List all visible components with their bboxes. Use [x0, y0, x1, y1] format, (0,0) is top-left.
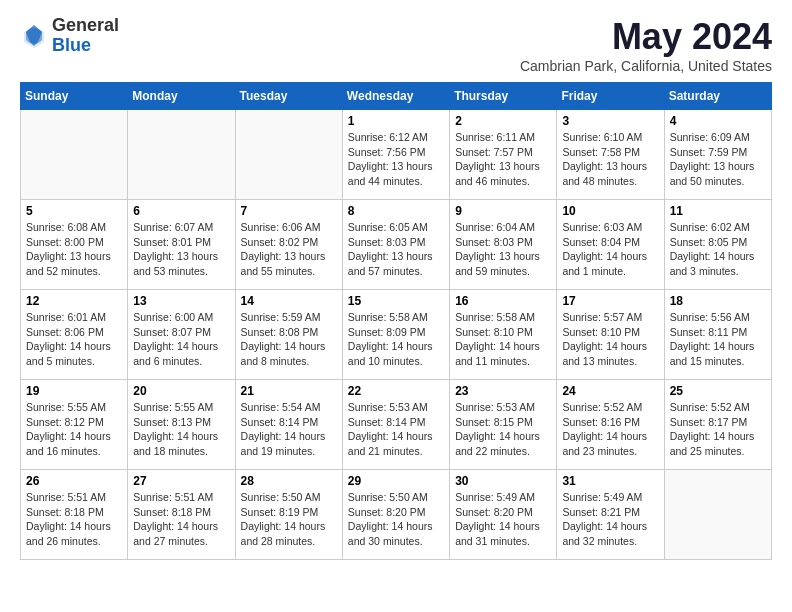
day-info: Sunrise: 5:51 AM Sunset: 8:18 PM Dayligh… [133, 490, 229, 549]
weekday-header: Thursday [450, 83, 557, 110]
day-info: Sunrise: 6:12 AM Sunset: 7:56 PM Dayligh… [348, 130, 444, 189]
weekday-header: Monday [128, 83, 235, 110]
day-info: Sunrise: 6:05 AM Sunset: 8:03 PM Dayligh… [348, 220, 444, 279]
calendar-cell [128, 110, 235, 200]
calendar-cell: 19Sunrise: 5:55 AM Sunset: 8:12 PM Dayli… [21, 380, 128, 470]
day-info: Sunrise: 5:59 AM Sunset: 8:08 PM Dayligh… [241, 310, 337, 369]
calendar-cell: 13Sunrise: 6:00 AM Sunset: 8:07 PM Dayli… [128, 290, 235, 380]
day-info: Sunrise: 6:11 AM Sunset: 7:57 PM Dayligh… [455, 130, 551, 189]
day-info: Sunrise: 5:56 AM Sunset: 8:11 PM Dayligh… [670, 310, 766, 369]
calendar-cell: 25Sunrise: 5:52 AM Sunset: 8:17 PM Dayli… [664, 380, 771, 470]
day-number: 6 [133, 204, 229, 218]
day-number: 16 [455, 294, 551, 308]
day-info: Sunrise: 5:49 AM Sunset: 8:21 PM Dayligh… [562, 490, 658, 549]
title-block: May 2024 Cambrian Park, California, Unit… [520, 16, 772, 74]
day-number: 8 [348, 204, 444, 218]
day-info: Sunrise: 6:06 AM Sunset: 8:02 PM Dayligh… [241, 220, 337, 279]
day-number: 3 [562, 114, 658, 128]
day-number: 12 [26, 294, 122, 308]
logo-blue-text: Blue [52, 35, 91, 55]
calendar-header-row: SundayMondayTuesdayWednesdayThursdayFrid… [21, 83, 772, 110]
calendar-cell: 6Sunrise: 6:07 AM Sunset: 8:01 PM Daylig… [128, 200, 235, 290]
day-number: 13 [133, 294, 229, 308]
logo-text: General Blue [52, 16, 119, 56]
calendar-week-row: 19Sunrise: 5:55 AM Sunset: 8:12 PM Dayli… [21, 380, 772, 470]
day-number: 27 [133, 474, 229, 488]
day-number: 15 [348, 294, 444, 308]
day-info: Sunrise: 6:04 AM Sunset: 8:03 PM Dayligh… [455, 220, 551, 279]
calendar-cell: 30Sunrise: 5:49 AM Sunset: 8:20 PM Dayli… [450, 470, 557, 560]
calendar-week-row: 12Sunrise: 6:01 AM Sunset: 8:06 PM Dayli… [21, 290, 772, 380]
calendar-cell: 4Sunrise: 6:09 AM Sunset: 7:59 PM Daylig… [664, 110, 771, 200]
day-number: 22 [348, 384, 444, 398]
weekday-header: Friday [557, 83, 664, 110]
day-number: 17 [562, 294, 658, 308]
day-number: 11 [670, 204, 766, 218]
day-number: 28 [241, 474, 337, 488]
location-text: Cambrian Park, California, United States [520, 58, 772, 74]
calendar-cell: 12Sunrise: 6:01 AM Sunset: 8:06 PM Dayli… [21, 290, 128, 380]
calendar-cell: 31Sunrise: 5:49 AM Sunset: 8:21 PM Dayli… [557, 470, 664, 560]
day-number: 1 [348, 114, 444, 128]
calendar-cell: 3Sunrise: 6:10 AM Sunset: 7:58 PM Daylig… [557, 110, 664, 200]
calendar-cell: 8Sunrise: 6:05 AM Sunset: 8:03 PM Daylig… [342, 200, 449, 290]
day-number: 18 [670, 294, 766, 308]
calendar-cell: 15Sunrise: 5:58 AM Sunset: 8:09 PM Dayli… [342, 290, 449, 380]
page-header: General Blue May 2024 Cambrian Park, Cal… [20, 16, 772, 74]
day-info: Sunrise: 5:52 AM Sunset: 8:17 PM Dayligh… [670, 400, 766, 459]
day-info: Sunrise: 5:53 AM Sunset: 8:15 PM Dayligh… [455, 400, 551, 459]
calendar-cell [664, 470, 771, 560]
day-number: 4 [670, 114, 766, 128]
day-info: Sunrise: 6:00 AM Sunset: 8:07 PM Dayligh… [133, 310, 229, 369]
calendar-cell: 14Sunrise: 5:59 AM Sunset: 8:08 PM Dayli… [235, 290, 342, 380]
calendar-cell: 24Sunrise: 5:52 AM Sunset: 8:16 PM Dayli… [557, 380, 664, 470]
calendar-cell: 18Sunrise: 5:56 AM Sunset: 8:11 PM Dayli… [664, 290, 771, 380]
day-info: Sunrise: 5:55 AM Sunset: 8:13 PM Dayligh… [133, 400, 229, 459]
calendar-cell: 11Sunrise: 6:02 AM Sunset: 8:05 PM Dayli… [664, 200, 771, 290]
calendar-cell: 22Sunrise: 5:53 AM Sunset: 8:14 PM Dayli… [342, 380, 449, 470]
day-number: 26 [26, 474, 122, 488]
calendar-week-row: 5Sunrise: 6:08 AM Sunset: 8:00 PM Daylig… [21, 200, 772, 290]
day-info: Sunrise: 5:51 AM Sunset: 8:18 PM Dayligh… [26, 490, 122, 549]
calendar-cell: 1Sunrise: 6:12 AM Sunset: 7:56 PM Daylig… [342, 110, 449, 200]
calendar-cell: 23Sunrise: 5:53 AM Sunset: 8:15 PM Dayli… [450, 380, 557, 470]
day-number: 29 [348, 474, 444, 488]
day-info: Sunrise: 5:50 AM Sunset: 8:19 PM Dayligh… [241, 490, 337, 549]
day-info: Sunrise: 5:54 AM Sunset: 8:14 PM Dayligh… [241, 400, 337, 459]
logo-icon [20, 22, 48, 50]
day-info: Sunrise: 6:09 AM Sunset: 7:59 PM Dayligh… [670, 130, 766, 189]
weekday-header: Tuesday [235, 83, 342, 110]
day-number: 31 [562, 474, 658, 488]
day-number: 24 [562, 384, 658, 398]
calendar-cell: 20Sunrise: 5:55 AM Sunset: 8:13 PM Dayli… [128, 380, 235, 470]
day-info: Sunrise: 5:57 AM Sunset: 8:10 PM Dayligh… [562, 310, 658, 369]
day-info: Sunrise: 6:08 AM Sunset: 8:00 PM Dayligh… [26, 220, 122, 279]
calendar-cell: 10Sunrise: 6:03 AM Sunset: 8:04 PM Dayli… [557, 200, 664, 290]
day-info: Sunrise: 6:10 AM Sunset: 7:58 PM Dayligh… [562, 130, 658, 189]
day-number: 9 [455, 204, 551, 218]
day-info: Sunrise: 5:58 AM Sunset: 8:09 PM Dayligh… [348, 310, 444, 369]
day-number: 2 [455, 114, 551, 128]
calendar-week-row: 1Sunrise: 6:12 AM Sunset: 7:56 PM Daylig… [21, 110, 772, 200]
day-number: 7 [241, 204, 337, 218]
day-info: Sunrise: 6:07 AM Sunset: 8:01 PM Dayligh… [133, 220, 229, 279]
day-number: 14 [241, 294, 337, 308]
day-info: Sunrise: 5:52 AM Sunset: 8:16 PM Dayligh… [562, 400, 658, 459]
day-number: 5 [26, 204, 122, 218]
calendar-cell: 28Sunrise: 5:50 AM Sunset: 8:19 PM Dayli… [235, 470, 342, 560]
calendar-cell: 26Sunrise: 5:51 AM Sunset: 8:18 PM Dayli… [21, 470, 128, 560]
day-number: 30 [455, 474, 551, 488]
logo: General Blue [20, 16, 119, 56]
day-number: 19 [26, 384, 122, 398]
day-info: Sunrise: 5:49 AM Sunset: 8:20 PM Dayligh… [455, 490, 551, 549]
calendar-table: SundayMondayTuesdayWednesdayThursdayFrid… [20, 82, 772, 560]
calendar-cell: 16Sunrise: 5:58 AM Sunset: 8:10 PM Dayli… [450, 290, 557, 380]
day-info: Sunrise: 5:53 AM Sunset: 8:14 PM Dayligh… [348, 400, 444, 459]
calendar-cell [235, 110, 342, 200]
day-info: Sunrise: 5:55 AM Sunset: 8:12 PM Dayligh… [26, 400, 122, 459]
day-number: 21 [241, 384, 337, 398]
calendar-week-row: 26Sunrise: 5:51 AM Sunset: 8:18 PM Dayli… [21, 470, 772, 560]
day-info: Sunrise: 6:03 AM Sunset: 8:04 PM Dayligh… [562, 220, 658, 279]
day-number: 20 [133, 384, 229, 398]
day-info: Sunrise: 6:01 AM Sunset: 8:06 PM Dayligh… [26, 310, 122, 369]
